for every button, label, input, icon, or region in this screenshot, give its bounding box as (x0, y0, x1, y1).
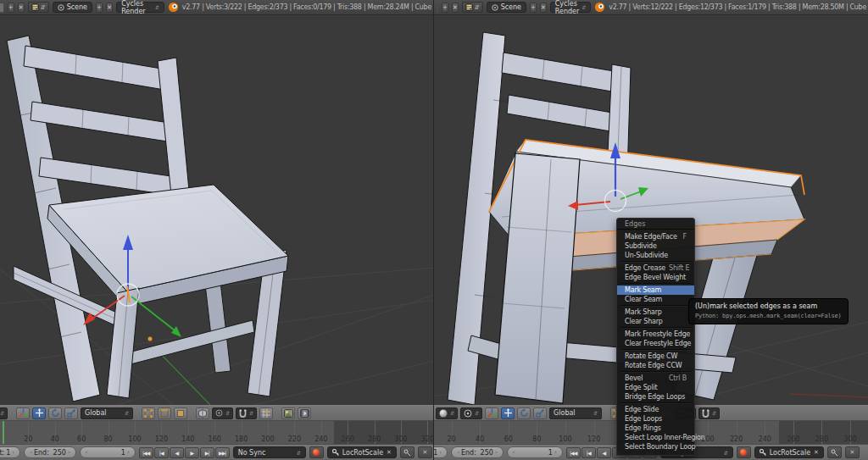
close-layout-button[interactable]: ✕ (18, 3, 25, 13)
face-select-button[interactable] (174, 407, 187, 419)
menu-item-rotate-edge-ccw[interactable]: Rotate Edge CCW (617, 361, 694, 370)
auto-keyframe-button[interactable] (309, 446, 324, 458)
delete-scene-button[interactable]: ✕ (540, 3, 547, 13)
vertex-select-button[interactable] (142, 407, 155, 419)
end-frame-field[interactable]: ‹ End: 250 › (451, 446, 504, 458)
menu-item-edge-slide[interactable]: Edge Slide (617, 405, 694, 414)
jump-prev-keyframe-button[interactable]: |◀ (154, 447, 169, 458)
menu-item-edge-split[interactable]: Edge Split (617, 383, 694, 392)
jump-next-keyframe-button[interactable]: ▶| (200, 447, 214, 458)
menu-item-select-loop-inner-region[interactable]: Select Loop Inner-Region (617, 433, 694, 442)
viewport-shading-dropdown[interactable]: ⇵ (436, 407, 458, 419)
menu-item-subdivide[interactable]: Subdivide (617, 241, 694, 251)
jump-to-end-button[interactable]: ▶▶| (215, 447, 230, 458)
stepper-right-icon[interactable]: › (127, 449, 130, 456)
start-frame-field[interactable]: Start: 1 › (0, 446, 20, 458)
stepper-left-icon[interactable]: ‹ (457, 449, 459, 456)
proportional-edit-dropdown[interactable]: ⇵ (212, 407, 233, 419)
transform-orientation-dropdown[interactable]: Global ⇵ (81, 407, 133, 419)
jump-to-start-button[interactable]: |◀◀ (566, 447, 581, 458)
editor-type-selector[interactable]: ⇵ (462, 2, 483, 13)
stepper-left-icon[interactable]: ‹ (30, 449, 32, 456)
screen-layout-field[interactable] (437, 3, 438, 13)
current-frame-field[interactable]: ‹ 1 › (80, 446, 136, 458)
stepper-right-icon[interactable]: › (439, 449, 442, 456)
pivot-center-dropdown[interactable]: ⇵ (460, 407, 482, 419)
menu-item-edge-loops[interactable]: Edge Loops (617, 414, 694, 424)
auto-keyframe-button[interactable] (737, 446, 751, 458)
menu-item-rotate-edge-cw[interactable]: Rotate Edge CW (617, 352, 694, 361)
jump-to-start-button[interactable]: |◀◀ (139, 447, 153, 458)
stepper-right-icon[interactable]: › (12, 449, 14, 456)
insert-keyframe-button[interactable] (400, 446, 415, 458)
manipulator-axes-button[interactable] (485, 407, 498, 419)
add-scene-button[interactable]: + (530, 3, 537, 13)
menu-item-clear-seam[interactable]: Clear Seam (617, 295, 694, 304)
transform-orientation-dropdown[interactable]: Global ⇵ (549, 407, 602, 419)
menu-item-bridge-edge-loops[interactable]: Bridge Edge Loops (617, 392, 694, 402)
menu-item-edge-rings[interactable]: Edge Rings (617, 424, 694, 433)
menu-item-make-edge-face[interactable]: Make Edge/FaceF (617, 232, 694, 241)
left-timeline-ruler[interactable]: 2040608010012014016018020022024026028030… (0, 421, 434, 444)
sync-mode-dropdown[interactable]: No Sync ⇵ (233, 446, 306, 458)
opengl-render-still-button[interactable] (281, 407, 295, 419)
current-frame-indicator[interactable] (3, 421, 4, 444)
close-layout-button[interactable]: ✕ (452, 3, 459, 13)
menu-item-edge-crease[interactable]: Edge CreaseShift E (617, 263, 694, 273)
end-frame-field[interactable]: ‹ End: 250 › (24, 446, 76, 458)
rotate-manipulator-button[interactable] (517, 407, 531, 419)
play-reverse-button[interactable]: ◀ (597, 447, 611, 458)
scale-manipulator-button[interactable] (533, 407, 547, 419)
scale-manipulator-button[interactable] (64, 407, 78, 419)
stepper-right-icon[interactable]: › (68, 449, 70, 456)
rotate-manipulator-button[interactable] (48, 407, 62, 419)
translate-manipulator-button[interactable] (32, 407, 46, 419)
menu-item-edge-bevel-weight[interactable]: Edge Bevel Weight (617, 273, 694, 282)
opengl-render-anim-button[interactable] (298, 407, 311, 419)
editor-type-selector[interactable]: ⇵ (28, 2, 49, 13)
menu-item-mark-freestyle-edge[interactable]: Mark Freestyle Edge (617, 330, 694, 339)
add-layout-button[interactable]: + (442, 3, 448, 13)
menu-item-clear-freestyle-edge[interactable]: Clear Freestyle Edge (617, 339, 694, 348)
delete-keyframe-button[interactable]: ✕ (418, 446, 432, 458)
limit-selection-visible-button[interactable] (196, 407, 209, 419)
translate-manipulator-button[interactable] (501, 407, 515, 419)
insert-keyframe-button[interactable] (827, 446, 842, 458)
menu-item-mark-sharp[interactable]: Mark Sharp (617, 308, 694, 317)
play-button[interactable]: ▶ (185, 447, 199, 458)
screen-layout-field[interactable] (0, 3, 4, 13)
start-frame-field[interactable]: Start: 1 › (434, 446, 448, 458)
stepper-left-icon[interactable]: ‹ (513, 449, 515, 456)
snap-dropdown[interactable]: ⇵ (236, 407, 257, 419)
scene-datablock[interactable]: Scene (487, 2, 526, 13)
delete-scene-button[interactable]: ✕ (106, 3, 113, 13)
area-divider[interactable] (433, 0, 434, 460)
add-layout-button[interactable]: + (8, 3, 14, 13)
left-3d-viewport[interactable] (0, 15, 434, 405)
keying-set-dropdown[interactable]: LocRotScale ✕ (754, 446, 824, 458)
keying-set-dropdown[interactable]: LocRotScale ✕ (327, 446, 397, 458)
stepper-left-icon[interactable]: ‹ (86, 449, 88, 456)
menu-item-clear-sharp[interactable]: Clear Sharp (617, 317, 694, 326)
clear-keyingset-icon[interactable]: ✕ (814, 449, 819, 456)
clear-keyingset-icon[interactable]: ✕ (387, 449, 392, 456)
render-engine-selector[interactable]: Cycles Render ⇵ (550, 2, 592, 13)
stepper-right-icon[interactable]: › (495, 449, 498, 456)
mode-dropdown[interactable]: ⇵ (0, 407, 8, 419)
current-frame-field[interactable]: ‹ 1 › (507, 446, 563, 458)
play-reverse-button[interactable]: ◀ (170, 447, 184, 458)
render-engine-selector[interactable]: Cycles Render ⇵ (116, 2, 164, 13)
snap-element-button[interactable] (259, 407, 273, 419)
menu-item-select-boundary-loop[interactable]: Select Boundary Loop (617, 442, 694, 452)
menu-item-un-subdivide[interactable]: Un-Subdivide (617, 251, 694, 260)
scene-datablock[interactable]: Scene (53, 2, 92, 13)
add-scene-button[interactable]: + (96, 3, 103, 13)
menu-item-bevel[interactable]: BevelCtrl B (617, 374, 694, 383)
manipulator-axes-button[interactable] (16, 407, 30, 419)
menu-item-mark-seam[interactable]: Mark Seam (617, 285, 694, 295)
snap-dropdown[interactable]: ⇵ (698, 407, 720, 419)
stepper-right-icon[interactable]: › (554, 449, 557, 456)
jump-prev-keyframe-button[interactable]: |◀ (581, 447, 596, 458)
delete-keyframe-button[interactable]: ✕ (845, 446, 860, 458)
edge-select-button[interactable] (158, 407, 171, 419)
